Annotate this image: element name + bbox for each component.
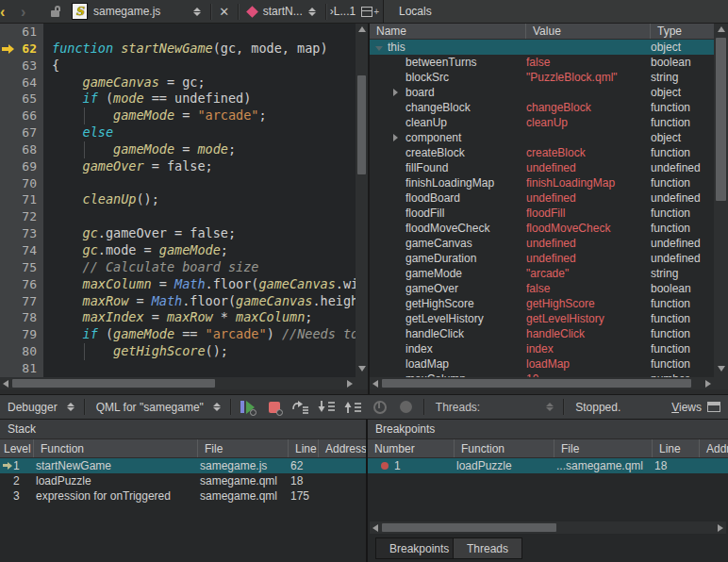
- perspective-arrows-icon[interactable]: [67, 403, 74, 411]
- split-editor-icon[interactable]: [361, 7, 372, 17]
- stack-frame-row[interactable]: 3expression for onTriggeredsamegame.qml1…: [0, 488, 366, 504]
- code-line[interactable]: [43, 175, 356, 192]
- breakpoints-horizontal-scrollbar[interactable]: [370, 521, 726, 534]
- breakpoints-header-row[interactable]: Number Function File Line Address: [368, 439, 728, 458]
- column-header-line[interactable]: Line: [653, 439, 700, 457]
- stack-header-row[interactable]: Level Function File Line Address: [0, 439, 366, 458]
- open-file-selector[interactable]: samegame.js: [93, 5, 160, 18]
- code-line[interactable]: gameMode = mode;: [43, 141, 356, 158]
- code-line[interactable]: if (mode == undefined): [43, 91, 356, 107]
- column-header-level[interactable]: Level: [0, 439, 34, 457]
- code-line[interactable]: function startNewGame(gc, mode, map): [43, 41, 356, 58]
- threads-selector-arrows-icon[interactable]: [546, 403, 554, 411]
- column-header-address[interactable]: Address: [319, 439, 366, 457]
- expand-icon[interactable]: [393, 130, 403, 145]
- locals-row[interactable]: gameOverfalseboolean: [370, 281, 714, 296]
- locals-row[interactable]: floodFillfloodFillfunction: [370, 206, 714, 221]
- locals-horizontal-scrollbar[interactable]: [370, 377, 714, 389]
- scroll-down-arrow-icon[interactable]: [718, 366, 725, 372]
- debug-engine-selector[interactable]: QML for "samegame": [96, 401, 204, 414]
- symbol-selector[interactable]: startN...: [263, 5, 303, 18]
- step-into-button[interactable]: [318, 399, 337, 416]
- code-area[interactable]: function startNewGame(gc, mode, map){ ga…: [43, 24, 356, 377]
- code-line[interactable]: else: [43, 124, 356, 141]
- code-line[interactable]: gameCanvas = gc;: [43, 74, 356, 91]
- locals-row[interactable]: blockSrc"PuzzleBlock.qml"string: [370, 70, 714, 85]
- collapse-panel-icon[interactable]: [707, 402, 720, 412]
- scroll-left-arrow-icon[interactable]: [372, 380, 378, 388]
- go-forward-button[interactable]: ›: [21, 0, 41, 24]
- scroll-up-arrow-icon[interactable]: [718, 26, 725, 32]
- scrollbar-handle[interactable]: [716, 38, 726, 201]
- scroll-down-arrow-icon[interactable]: [358, 366, 366, 372]
- column-header-function[interactable]: Function: [34, 439, 198, 457]
- locals-row[interactable]: fillFoundundefinedundefined: [370, 160, 714, 175]
- code-line[interactable]: cleanUp();: [43, 191, 356, 208]
- column-header-type[interactable]: Type: [651, 24, 714, 39]
- code-editor[interactable]: 6162636465666768697071727374757677787980…: [0, 24, 368, 394]
- locals-row[interactable]: loadMaploadMapfunction: [370, 356, 714, 372]
- code-line[interactable]: {: [43, 58, 356, 74]
- scroll-right-arrow-icon[interactable]: [718, 524, 723, 532]
- code-line[interactable]: maxIndex = maxRow * maxColumn;: [43, 309, 356, 326]
- stack-frame-row[interactable]: 1startNewGamesamegame.js62: [0, 458, 366, 473]
- locals-row[interactable]: handleClickhandleClickfunction: [370, 326, 714, 341]
- locals-row[interactable]: thisobject: [370, 40, 714, 55]
- file-selector-arrows-icon[interactable]: [193, 8, 201, 16]
- code-line[interactable]: gc.mode = gameMode;: [43, 242, 356, 259]
- go-back-button[interactable]: ‹: [0, 0, 21, 24]
- scrollbar-handle[interactable]: [12, 379, 215, 388]
- breakpoint-row[interactable]: 1loadPuzzle...samegame.qml18: [368, 458, 728, 473]
- code-line[interactable]: gc.gameOver = false;: [43, 225, 356, 242]
- locals-row[interactable]: floodBoardundefinedundefined: [370, 190, 714, 206]
- column-header-file[interactable]: File: [198, 439, 289, 457]
- locals-row[interactable]: gameDurationundefinedundefined: [370, 251, 714, 266]
- scrollbar-handle[interactable]: [357, 75, 366, 174]
- locals-vertical-scrollbar[interactable]: [714, 24, 728, 377]
- column-header-line[interactable]: Line: [289, 439, 319, 457]
- locals-row[interactable]: getLevelHistorygetLevelHistoryfunction: [370, 311, 714, 326]
- code-line[interactable]: gameOver = false;: [43, 158, 356, 175]
- locals-row[interactable]: gameCanvasundefinedundefined: [370, 236, 714, 251]
- collapse-icon[interactable]: [375, 40, 385, 55]
- code-line[interactable]: maxColumn = Math.floor(gameCanvas.wid: [43, 276, 356, 293]
- column-header-address[interactable]: Address: [700, 439, 728, 457]
- scrollbar-handle[interactable]: [382, 379, 691, 388]
- locals-row[interactable]: finishLoadingMapfinishLoadingMapfunction: [370, 175, 714, 190]
- editor-vertical-scrollbar[interactable]: [356, 24, 368, 377]
- code-line[interactable]: gameMode = "arcade";: [43, 107, 356, 124]
- code-line[interactable]: [43, 208, 356, 225]
- symbol-selector-arrows-icon[interactable]: [308, 8, 316, 16]
- locals-row[interactable]: changeBlockchangeBlockfunction: [370, 100, 714, 115]
- scroll-left-arrow-icon[interactable]: [3, 380, 8, 388]
- code-line[interactable]: // Calculate board size: [43, 259, 356, 276]
- column-header-value[interactable]: Value: [526, 24, 651, 39]
- locals-row[interactable]: boardobject: [370, 85, 714, 100]
- locals-row[interactable]: createBlockcreateBlockfunction: [370, 145, 714, 160]
- scroll-right-arrow-icon[interactable]: [347, 380, 353, 388]
- locals-row[interactable]: cleanUpcleanUpfunction: [370, 115, 714, 130]
- engine-arrows-icon[interactable]: [213, 403, 221, 411]
- tab-threads[interactable]: Threads: [453, 537, 522, 559]
- scroll-left-arrow-icon[interactable]: [372, 524, 378, 532]
- perspective-selector[interactable]: Debugger: [8, 401, 58, 414]
- column-header-name[interactable]: Name: [370, 24, 526, 39]
- column-header-function[interactable]: Function: [455, 439, 554, 457]
- code-line[interactable]: [43, 24, 356, 41]
- column-header-file[interactable]: File: [554, 439, 653, 457]
- locals-row[interactable]: componentobject: [370, 130, 714, 145]
- locals-row[interactable]: gameMode"arcade"string: [370, 266, 714, 281]
- restart-debugger-button[interactable]: [371, 399, 389, 416]
- step-out-button[interactable]: [344, 399, 363, 416]
- step-over-button[interactable]: [291, 399, 310, 416]
- scroll-right-arrow-icon[interactable]: [705, 380, 711, 388]
- code-line[interactable]: [43, 360, 356, 377]
- tab-breakpoints[interactable]: Breakpoints: [375, 537, 463, 559]
- locals-row[interactable]: betweenTurnsfalseboolean: [370, 55, 714, 70]
- continue-button[interactable]: [239, 399, 257, 416]
- scroll-up-arrow-icon[interactable]: [358, 26, 366, 32]
- code-line[interactable]: if (gameMode == "arcade") //Needs to: [43, 326, 356, 343]
- editor-horizontal-scrollbar[interactable]: [0, 377, 356, 389]
- locals-header-row[interactable]: Name Value Type: [370, 24, 714, 40]
- record-snapshot-button[interactable]: [397, 399, 416, 416]
